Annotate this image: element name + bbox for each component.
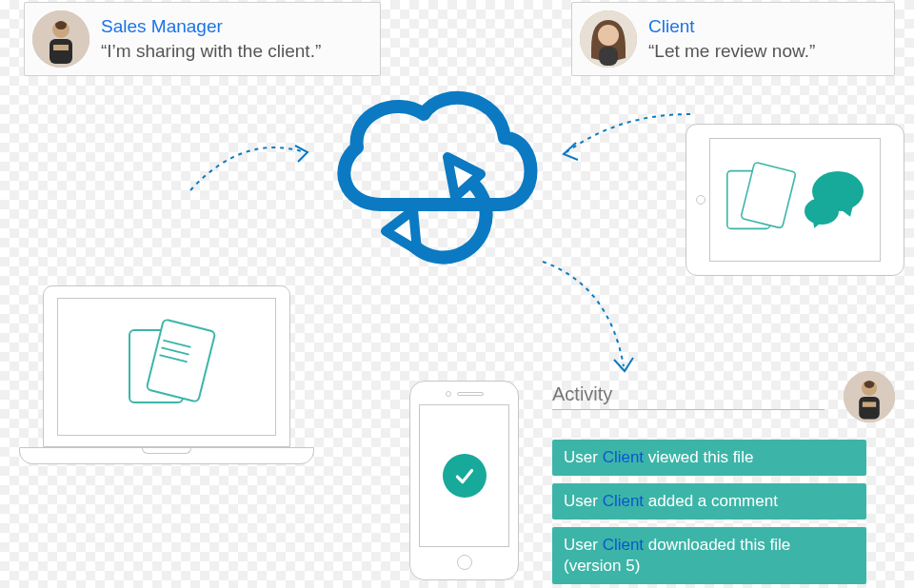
svg-rect-3 bbox=[53, 45, 69, 50]
arrow-from-cloud-down bbox=[533, 257, 647, 381]
speech-text: Sales Manager “I’m sharing with the clie… bbox=[101, 14, 321, 63]
speech-text: Client “Let me review now.” bbox=[648, 14, 815, 63]
arrow-to-cloud-right bbox=[552, 105, 695, 171]
activity-item: User Client viewed this file bbox=[552, 440, 866, 476]
documents-icon bbox=[726, 166, 787, 234]
svg-rect-2 bbox=[50, 39, 72, 64]
speech-card-client: Client “Let me review now.” bbox=[571, 2, 895, 76]
cloud-sync-icon bbox=[305, 43, 552, 290]
activity-prefix: User bbox=[564, 448, 603, 466]
avatar-sales-manager-small bbox=[844, 371, 895, 422]
person-icon bbox=[32, 10, 89, 68]
chat-icon bbox=[805, 171, 871, 228]
svg-rect-11 bbox=[859, 397, 880, 419]
svg-rect-12 bbox=[863, 402, 876, 406]
activity-prefix: User bbox=[564, 492, 603, 510]
speaker-quote: “Let me review now.” bbox=[648, 39, 815, 64]
svg-marker-8 bbox=[386, 210, 417, 250]
svg-rect-6 bbox=[599, 47, 618, 66]
activity-actor: Client bbox=[603, 492, 644, 510]
laptop-device bbox=[19, 285, 314, 485]
activity-title: Activity bbox=[552, 383, 825, 410]
activity-actor: Client bbox=[603, 536, 644, 554]
activity-extra: (version 5) bbox=[564, 557, 640, 575]
person-icon bbox=[580, 10, 637, 68]
arrow-to-cloud-left bbox=[186, 128, 319, 205]
avatar-sales-manager bbox=[32, 10, 89, 68]
laptop-screen bbox=[57, 298, 276, 436]
activity-suffix: downloaded this file bbox=[644, 536, 790, 554]
activity-suffix: viewed this file bbox=[644, 448, 753, 466]
checkmark-icon bbox=[443, 454, 487, 498]
speaker-role: Sales Manager bbox=[101, 14, 321, 39]
avatar-client bbox=[580, 10, 637, 68]
activity-feed: Activity User Client viewed this file Us… bbox=[552, 371, 895, 588]
activity-item: User Client downloaded this file (versio… bbox=[552, 527, 866, 584]
activity-suffix: added a comment bbox=[644, 492, 778, 510]
speaker-role: Client bbox=[648, 14, 815, 39]
phone-device bbox=[409, 381, 519, 580]
tablet-screen bbox=[709, 138, 881, 262]
person-icon bbox=[844, 371, 895, 422]
speaker-quote: “I’m sharing with the client.” bbox=[101, 39, 321, 64]
phone-screen bbox=[419, 404, 509, 547]
activity-actor: Client bbox=[603, 448, 644, 466]
svg-point-5 bbox=[598, 25, 619, 46]
documents-icon bbox=[129, 323, 205, 409]
tablet-device bbox=[686, 124, 904, 276]
activity-prefix: User bbox=[564, 536, 603, 554]
activity-item: User Client added a comment bbox=[552, 483, 866, 519]
